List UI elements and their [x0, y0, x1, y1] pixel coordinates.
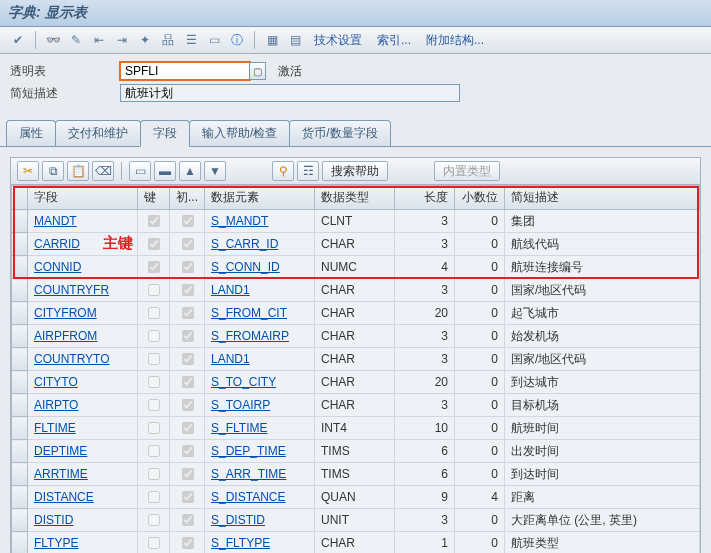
cell-field[interactable]: ARRTIME: [28, 463, 138, 486]
field-link[interactable]: DISTANCE: [34, 490, 94, 504]
tab-attributes[interactable]: 属性: [6, 120, 56, 146]
append-button[interactable]: 附加结构...: [420, 32, 490, 49]
dataelem-link[interactable]: S_FLTIME: [211, 421, 267, 435]
dataelem-link[interactable]: S_CONN_ID: [211, 260, 280, 274]
table-row[interactable]: COUNTRYTOLAND1CHAR30国家/地区代码: [12, 348, 700, 371]
table-row[interactable]: CITYFROMS_FROM_CITCHAR200起飞城市: [12, 302, 700, 325]
collapse-icon[interactable]: ▬: [154, 161, 176, 181]
cell-dataelem[interactable]: S_DEP_TIME: [205, 440, 315, 463]
field-link[interactable]: CITYTO: [34, 375, 78, 389]
dataelem-link[interactable]: S_CARR_ID: [211, 237, 278, 251]
cell-dataelem[interactable]: S_TOAIRP: [205, 394, 315, 417]
row-selector[interactable]: [12, 532, 28, 554]
col-decimals[interactable]: 小数位: [455, 186, 505, 210]
info-icon[interactable]: ⓘ: [227, 30, 247, 50]
cut-icon[interactable]: ✂: [17, 161, 39, 181]
dataelem-link[interactable]: LAND1: [211, 283, 250, 297]
f4-help-icon[interactable]: ▢: [250, 62, 266, 80]
wand-icon[interactable]: ✦: [135, 30, 155, 50]
row-selector[interactable]: [12, 486, 28, 509]
tech-settings-button[interactable]: 技术设置: [308, 32, 368, 49]
tab-currency[interactable]: 货币/数量字段: [289, 120, 390, 146]
find-icon[interactable]: ⚲: [272, 161, 294, 181]
cell-field[interactable]: COUNTRYTO: [28, 348, 138, 371]
row-selector[interactable]: [12, 279, 28, 302]
dataelem-link[interactable]: S_TOAIRP: [211, 398, 270, 412]
row-selector[interactable]: [12, 302, 28, 325]
tab-delivery[interactable]: 交付和维护: [55, 120, 141, 146]
field-link[interactable]: ARRTIME: [34, 467, 88, 481]
col-dataelem[interactable]: 数据元素: [205, 186, 315, 210]
tree-icon[interactable]: ☰: [181, 30, 201, 50]
col-key[interactable]: 键: [138, 186, 170, 210]
field-link[interactable]: CONNID: [34, 260, 81, 274]
sort-desc-icon[interactable]: ▼: [204, 161, 226, 181]
activate-next-icon[interactable]: ⇥: [112, 30, 132, 50]
tab-inputhelp[interactable]: 输入帮助/检查: [189, 120, 290, 146]
cell-field[interactable]: FLTYPE: [28, 532, 138, 554]
table-row[interactable]: CONNIDS_CONN_IDNUMC40航班连接编号: [12, 256, 700, 279]
cell-field[interactable]: CARRID: [28, 233, 138, 256]
cell-dataelem[interactable]: S_DISTANCE: [205, 486, 315, 509]
dataelem-link[interactable]: S_FROMAIRP: [211, 329, 289, 343]
table-row[interactable]: MANDTS_MANDTCLNT30集团: [12, 210, 700, 233]
field-link[interactable]: FLTIME: [34, 421, 76, 435]
field-link[interactable]: AIRPTO: [34, 398, 78, 412]
where-used-icon[interactable]: ☶: [297, 161, 319, 181]
col-init[interactable]: 初...: [170, 186, 205, 210]
cell-field[interactable]: DISTANCE: [28, 486, 138, 509]
row-selector[interactable]: [12, 210, 28, 233]
field-link[interactable]: DEPTIME: [34, 444, 87, 458]
table-row[interactable]: COUNTRYFRLAND1CHAR30国家/地区代码: [12, 279, 700, 302]
field-link[interactable]: COUNTRYFR: [34, 283, 109, 297]
cell-dataelem[interactable]: S_DISTID: [205, 509, 315, 532]
table-row[interactable]: CITYTOS_TO_CITYCHAR200到达城市: [12, 371, 700, 394]
col-shortdesc[interactable]: 简短描述: [505, 186, 700, 210]
cell-field[interactable]: CONNID: [28, 256, 138, 279]
table-row[interactable]: AIRPTOS_TOAIRPCHAR30目标机场: [12, 394, 700, 417]
cell-dataelem[interactable]: S_CARR_ID: [205, 233, 315, 256]
cell-dataelem[interactable]: S_FLTIME: [205, 417, 315, 440]
table-row[interactable]: DISTANCES_DISTANCEQUAN94距离: [12, 486, 700, 509]
field-link[interactable]: AIRPFROM: [34, 329, 97, 343]
cell-field[interactable]: CITYFROM: [28, 302, 138, 325]
tab-fields[interactable]: 字段: [140, 120, 190, 147]
doc-icon[interactable]: ▭: [204, 30, 224, 50]
field-link[interactable]: CARRID: [34, 237, 80, 251]
cell-dataelem[interactable]: LAND1: [205, 279, 315, 302]
cell-dataelem[interactable]: S_ARR_TIME: [205, 463, 315, 486]
dataelem-link[interactable]: S_MANDT: [211, 214, 268, 228]
dataelem-link[interactable]: S_ARR_TIME: [211, 467, 286, 481]
table-row[interactable]: FLTIMES_FLTIMEINT4100航班时间: [12, 417, 700, 440]
row-selector[interactable]: [12, 348, 28, 371]
index-button[interactable]: 索引...: [371, 32, 417, 49]
row-selector[interactable]: [12, 325, 28, 348]
field-link[interactable]: COUNTRYTO: [34, 352, 110, 366]
table-name-input[interactable]: [120, 62, 250, 80]
col-datatype[interactable]: 数据类型: [315, 186, 395, 210]
field-link[interactable]: CITYFROM: [34, 306, 97, 320]
expand-icon[interactable]: ▭: [129, 161, 151, 181]
paste-icon[interactable]: 📋: [67, 161, 89, 181]
cell-dataelem[interactable]: S_MANDT: [205, 210, 315, 233]
cell-dataelem[interactable]: S_FROMAIRP: [205, 325, 315, 348]
col-length[interactable]: 长度: [395, 186, 455, 210]
search-help-button[interactable]: 搜索帮助: [322, 161, 388, 181]
table-row[interactable]: FLTYPES_FLTYPECHAR10航班类型: [12, 532, 700, 554]
edit-icon[interactable]: ✎: [66, 30, 86, 50]
cell-field[interactable]: FLTIME: [28, 417, 138, 440]
cell-field[interactable]: MANDT: [28, 210, 138, 233]
cell-field[interactable]: DISTID: [28, 509, 138, 532]
sort-asc-icon[interactable]: ▲: [179, 161, 201, 181]
activate-prev-icon[interactable]: ⇤: [89, 30, 109, 50]
cell-field[interactable]: AIRPFROM: [28, 325, 138, 348]
dataelem-link[interactable]: S_DISTID: [211, 513, 265, 527]
field-link[interactable]: MANDT: [34, 214, 77, 228]
dataelem-link[interactable]: S_FROM_CIT: [211, 306, 287, 320]
table-row[interactable]: AIRPFROMS_FROMAIRPCHAR30始发机场: [12, 325, 700, 348]
row-selector[interactable]: [12, 233, 28, 256]
dataelem-link[interactable]: S_FLTYPE: [211, 536, 270, 550]
col-field[interactable]: 字段: [28, 186, 138, 210]
table-icon[interactable]: ▤: [285, 30, 305, 50]
cell-field[interactable]: AIRPTO: [28, 394, 138, 417]
